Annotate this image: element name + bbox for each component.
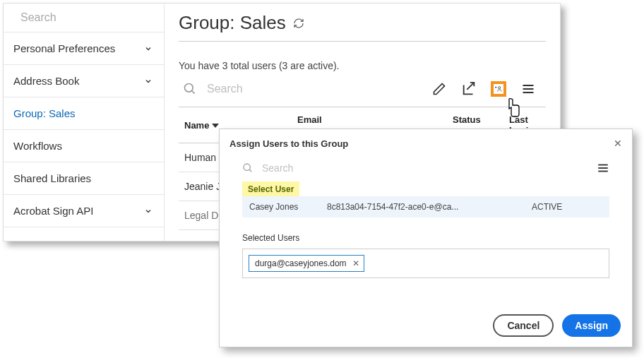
export-icon <box>461 81 477 97</box>
nav-personal-preferences[interactable]: Personal Preferences <box>4 32 164 65</box>
search-icon <box>242 162 254 174</box>
nav-label: Workflows <box>13 140 62 152</box>
sort-asc-icon <box>212 121 219 129</box>
user-count-text: You have 3 total users (3 are active). <box>179 42 546 77</box>
toolbar-search-input[interactable] <box>197 82 352 96</box>
modal-more-button[interactable] <box>597 162 609 174</box>
pencil-icon <box>432 82 446 96</box>
hamburger-icon <box>597 162 609 174</box>
svg-line-12 <box>249 169 251 172</box>
nav-acrobat-sign-api[interactable]: Acrobat Sign API <box>4 195 164 227</box>
candidate-name: Casey Jones <box>249 202 327 212</box>
cancel-button[interactable]: Cancel <box>493 314 554 337</box>
nav-label: Personal Preferences <box>13 42 115 54</box>
toolbar-search[interactable] <box>183 82 431 96</box>
candidate-row[interactable]: Casey Jones 8c813a04-7154-47f2-ace0-e@ca… <box>242 196 609 217</box>
edit-button[interactable] <box>431 81 447 97</box>
search-icon <box>183 82 197 96</box>
nav-shared-libraries[interactable]: Shared Libraries <box>4 162 164 195</box>
nav-label: Address Book <box>13 75 79 87</box>
svg-point-2 <box>185 84 193 93</box>
hamburger-icon <box>521 82 535 96</box>
remove-chip-icon[interactable]: ✕ <box>352 258 359 268</box>
page-title: Group: Sales <box>179 12 286 34</box>
candidate-email: 8c813a04-7154-47f2-ace0-e@ca... <box>327 202 532 212</box>
assign-users-modal: Assign Users to this Group ✕ Select User… <box>219 129 633 347</box>
modal-close-button[interactable]: ✕ <box>614 138 622 149</box>
nav-group-sales[interactable]: Group: Sales <box>4 97 164 130</box>
assign-button[interactable]: Assign <box>562 314 621 337</box>
svg-point-4 <box>499 87 501 89</box>
export-button[interactable] <box>461 81 477 97</box>
svg-line-3 <box>192 91 195 94</box>
chevron-down-icon <box>144 77 153 85</box>
nav-workflows[interactable]: Workflows <box>4 130 164 162</box>
svg-point-11 <box>244 164 250 170</box>
nav-address-book[interactable]: Address Book <box>4 65 164 97</box>
sidebar: Personal Preferences Address Book Group:… <box>4 4 165 241</box>
modal-search[interactable] <box>242 162 395 174</box>
svg-marker-10 <box>212 124 219 128</box>
add-user-icon <box>495 81 502 97</box>
selected-users-label: Selected Users <box>242 217 609 249</box>
candidate-status: ACTIVE <box>532 202 602 212</box>
nav-label: Group: Sales <box>13 107 76 119</box>
add-users-button[interactable] <box>491 81 506 97</box>
sidebar-search[interactable] <box>4 4 164 32</box>
chevron-down-icon <box>144 44 153 53</box>
select-user-header: Select User <box>242 181 299 196</box>
nav-label: Shared Libraries <box>13 172 91 184</box>
modal-title: Assign Users to this Group <box>229 138 348 149</box>
title-row: Group: Sales <box>179 8 546 42</box>
nav-label: Acrobat Sign API <box>13 205 93 217</box>
selected-users-box[interactable]: durga@caseyjones.dom ✕ <box>242 249 609 278</box>
toolbar <box>179 77 546 107</box>
more-options-button[interactable] <box>520 81 536 97</box>
user-chip[interactable]: durga@caseyjones.dom ✕ <box>249 255 364 272</box>
sidebar-search-input[interactable] <box>13 11 163 25</box>
refresh-icon[interactable] <box>293 18 304 29</box>
chevron-down-icon <box>144 207 153 215</box>
modal-search-input[interactable] <box>254 162 395 174</box>
chip-text: durga@caseyjones.dom <box>255 258 347 268</box>
